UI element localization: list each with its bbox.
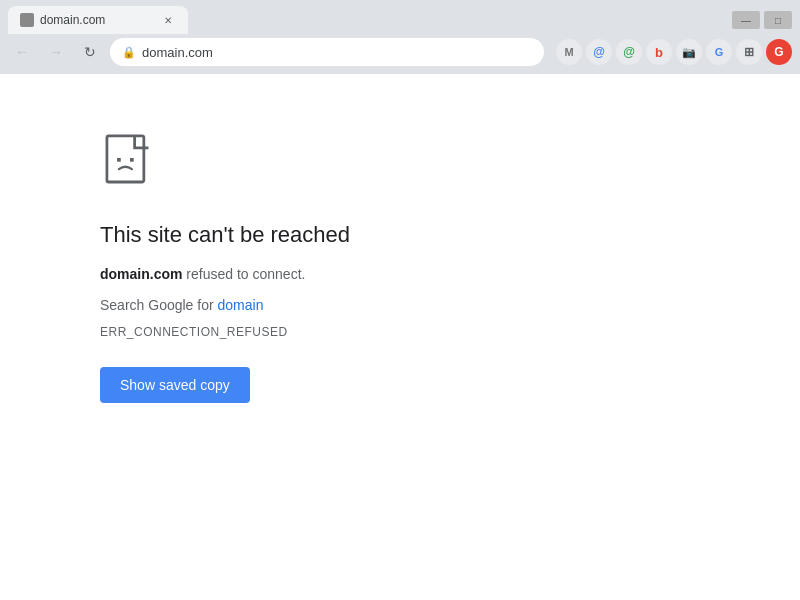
nav-bar: ← → ↻ 🔒 domain.com M @ @ b 📷 G ⊞ G xyxy=(0,34,800,74)
toolbar-icons: M @ @ b 📷 G ⊞ G xyxy=(556,39,792,65)
svg-rect-0 xyxy=(22,15,32,25)
address-url: domain.com xyxy=(142,45,213,60)
maximize-button[interactable]: □ xyxy=(764,11,792,29)
svg-rect-1 xyxy=(107,136,144,182)
page-content: This site can't be reached domain.com re… xyxy=(0,74,800,600)
error-search: Search Google for domain xyxy=(100,297,263,313)
title-bar: domain.com ✕ — □ xyxy=(0,0,800,34)
grid-extension-icon[interactable]: ⊞ xyxy=(736,39,762,65)
show-saved-copy-button[interactable]: Show saved copy xyxy=(100,367,250,403)
reload-button[interactable]: ↻ xyxy=(76,38,104,66)
error-description-rest: refused to connect. xyxy=(182,266,305,282)
address-lock-icon: 🔒 xyxy=(122,46,136,59)
tab-title: domain.com xyxy=(40,13,154,27)
email-extension-icon[interactable]: @ xyxy=(586,39,612,65)
svg-rect-2 xyxy=(117,158,121,162)
profile-icon[interactable]: G xyxy=(766,39,792,65)
minimize-button[interactable]: — xyxy=(732,11,760,29)
forward-button[interactable]: → xyxy=(42,38,70,66)
error-icon xyxy=(100,134,160,198)
camera-extension-icon[interactable]: 📷 xyxy=(676,39,702,65)
back-button[interactable]: ← xyxy=(8,38,36,66)
browser-tab[interactable]: domain.com ✕ xyxy=(8,6,188,34)
tab-favicon xyxy=(20,13,34,27)
address-bar[interactable]: 🔒 domain.com xyxy=(110,38,544,66)
error-title: This site can't be reached xyxy=(100,222,350,248)
tab-close-button[interactable]: ✕ xyxy=(160,12,176,28)
error-domain-bold: domain.com xyxy=(100,266,182,282)
m-extension-icon[interactable]: M xyxy=(556,39,582,65)
search-prefix: Search Google for xyxy=(100,297,218,313)
error-container: This site can't be reached domain.com re… xyxy=(100,134,350,403)
at-extension-icon[interactable]: @ xyxy=(616,39,642,65)
error-code: ERR_CONNECTION_REFUSED xyxy=(100,325,288,339)
browser-chrome: domain.com ✕ — □ ← → ↻ 🔒 domain.com M @ … xyxy=(0,0,800,74)
b-extension-icon[interactable]: b xyxy=(646,39,672,65)
window-controls: — □ xyxy=(732,11,792,29)
search-link[interactable]: domain xyxy=(218,297,264,313)
g-extension-icon[interactable]: G xyxy=(706,39,732,65)
error-description: domain.com refused to connect. xyxy=(100,264,305,285)
svg-rect-3 xyxy=(130,158,134,162)
